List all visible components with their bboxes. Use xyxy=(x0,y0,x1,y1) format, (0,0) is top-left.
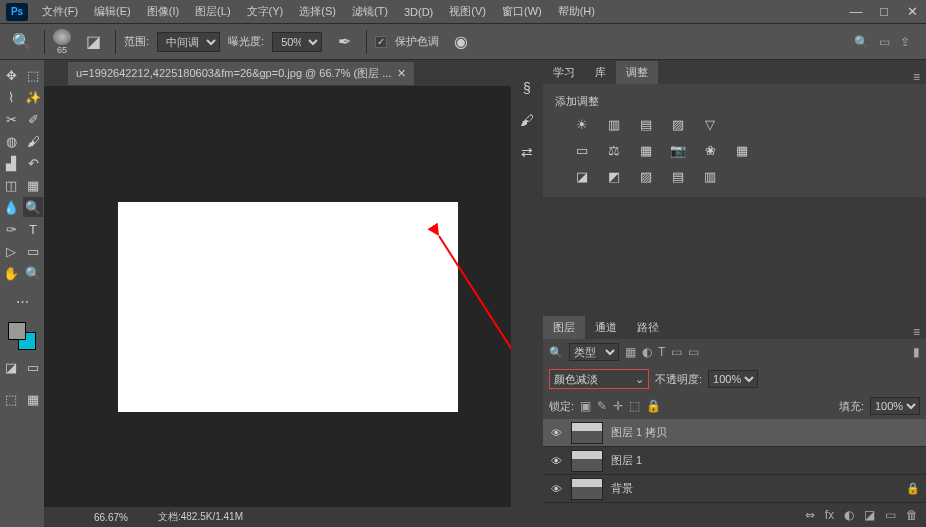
layer-thumbnail[interactable] xyxy=(571,478,603,500)
menu-edit[interactable]: 编辑(E) xyxy=(86,4,139,19)
heal-tool[interactable]: ◍ xyxy=(1,131,21,151)
tab-layers[interactable]: 图层 xyxy=(543,316,585,339)
opacity-select[interactable]: 100% xyxy=(708,370,758,388)
pressure-icon[interactable]: ◉ xyxy=(447,28,475,56)
adjustment-layer-icon[interactable]: ◪ xyxy=(864,508,875,522)
layer-row[interactable]: 👁 图层 1 xyxy=(543,447,926,475)
tab-paths[interactable]: 路径 xyxy=(627,316,669,339)
layer-thumbnail[interactable] xyxy=(571,450,603,472)
eraser-tool[interactable]: ◫ xyxy=(1,175,21,195)
filter-pixel-icon[interactable]: ▦ xyxy=(625,345,636,359)
quickmask-tool[interactable]: ◪ xyxy=(1,357,21,377)
preserve-tone-checkbox[interactable]: ✓ xyxy=(375,36,387,48)
current-tool-icon[interactable]: 🔍 xyxy=(8,28,36,56)
history-panel-icon[interactable]: § xyxy=(523,80,531,96)
pen-tool[interactable]: ✑ xyxy=(1,219,21,239)
layer-name[interactable]: 图层 1 xyxy=(611,453,642,468)
adj-hue-icon[interactable]: ▭ xyxy=(571,141,593,159)
filter-smart-icon[interactable]: ▭ xyxy=(688,345,699,359)
marquee-tool[interactable]: ⬚ xyxy=(23,65,43,85)
lock-all-icon[interactable]: 🔒 xyxy=(646,399,661,413)
layer-thumbnail[interactable] xyxy=(571,422,603,444)
gradient-tool[interactable]: ▦ xyxy=(23,175,43,195)
adj-exposure-icon[interactable]: ▨ xyxy=(667,115,689,133)
layer-name[interactable]: 背景 xyxy=(611,481,633,496)
zoom-tool[interactable]: 🔍 xyxy=(23,263,43,283)
minimize-button[interactable]: — xyxy=(842,2,870,22)
adj-bw-icon[interactable]: ▦ xyxy=(635,141,657,159)
dodge-tool[interactable]: 🔍 xyxy=(23,197,43,217)
adj-brightness-icon[interactable]: ☀ xyxy=(571,115,593,133)
layer-mask-icon[interactable]: ◐ xyxy=(844,508,854,522)
adj-invert-icon[interactable]: ◪ xyxy=(571,167,593,185)
link-layers-icon[interactable]: ⇔ xyxy=(805,508,815,522)
adj-curves-icon[interactable]: ▤ xyxy=(635,115,657,133)
zoom-level[interactable]: 66.67% xyxy=(94,512,128,523)
magic-wand-tool[interactable]: ✨ xyxy=(23,87,43,107)
visibility-icon[interactable]: 👁 xyxy=(549,483,563,495)
delete-layer-icon[interactable]: 🗑 xyxy=(906,508,918,522)
brush-panel-icon[interactable]: 🖌 xyxy=(520,112,534,128)
adj-lookup-icon[interactable]: ▦ xyxy=(731,141,753,159)
hand-tool[interactable]: ✋ xyxy=(1,263,21,283)
menu-image[interactable]: 图像(I) xyxy=(139,4,187,19)
menu-file[interactable]: 文件(F) xyxy=(34,4,86,19)
layer-filter-type[interactable]: 类型 xyxy=(569,343,619,361)
adj-channel-mixer-icon[interactable]: ❀ xyxy=(699,141,721,159)
brush-tool[interactable]: 🖌 xyxy=(23,131,43,151)
range-select[interactable]: 中间调 xyxy=(157,32,220,52)
tab-adjustments[interactable]: 调整 xyxy=(616,61,658,84)
layers-panel-menu-icon[interactable]: ≡ xyxy=(907,325,926,339)
lock-artboard-icon[interactable]: ⬚ xyxy=(629,399,640,413)
menu-select[interactable]: 选择(S) xyxy=(291,4,344,19)
blend-mode-select[interactable]: 颜色减淡⌄ xyxy=(549,369,649,389)
foreground-color[interactable] xyxy=(8,322,26,340)
edit-toolbar[interactable]: ⋯ xyxy=(12,291,32,311)
filter-adjust-icon[interactable]: ◐ xyxy=(642,345,652,359)
close-button[interactable]: ✕ xyxy=(898,2,926,22)
color-swatches[interactable] xyxy=(8,322,36,350)
extra-tool-2[interactable]: ▦ xyxy=(23,389,43,409)
adj-photo-filter-icon[interactable]: 📷 xyxy=(667,141,689,159)
visibility-icon[interactable]: 👁 xyxy=(549,455,563,467)
layer-row[interactable]: 👁 图层 1 拷贝 xyxy=(543,419,926,447)
adj-posterize-icon[interactable]: ◩ xyxy=(603,167,625,185)
blur-tool[interactable]: 💧 xyxy=(1,197,21,217)
layer-row[interactable]: 👁 背景 🔒 xyxy=(543,475,926,503)
layer-name[interactable]: 图层 1 拷贝 xyxy=(611,425,667,440)
crop-tool[interactable]: ✂ xyxy=(1,109,21,129)
tab-channels[interactable]: 通道 xyxy=(585,316,627,339)
extra-tool-1[interactable]: ⬚ xyxy=(1,389,21,409)
search-icon[interactable]: 🔍 xyxy=(854,35,869,49)
history-brush-tool[interactable]: ↶ xyxy=(23,153,43,173)
swap-panel-icon[interactable]: ⇄ xyxy=(521,144,533,160)
share-icon[interactable]: ⇪ xyxy=(900,35,910,49)
canvas[interactable] xyxy=(118,202,458,412)
workspace-icon[interactable]: ▭ xyxy=(879,35,890,49)
lock-position-icon[interactable]: ✛ xyxy=(613,399,623,413)
brush-settings-icon[interactable]: ◪ xyxy=(79,28,107,56)
stamp-tool[interactable]: ▟ xyxy=(1,153,21,173)
lasso-tool[interactable]: ⌇ xyxy=(1,87,21,107)
brush-preview-icon[interactable] xyxy=(53,29,71,45)
filter-type-icon[interactable]: T xyxy=(658,345,665,359)
shape-tool[interactable]: ▭ xyxy=(23,241,43,261)
type-tool[interactable]: T xyxy=(23,219,43,239)
adj-balance-icon[interactable]: ⚖ xyxy=(603,141,625,159)
menu-help[interactable]: 帮助(H) xyxy=(550,4,603,19)
new-layer-icon[interactable]: ▭ xyxy=(885,508,896,522)
path-select-tool[interactable]: ▷ xyxy=(1,241,21,261)
menu-type[interactable]: 文字(Y) xyxy=(239,4,292,19)
adj-selective-color-icon[interactable]: ▥ xyxy=(699,167,721,185)
close-tab-icon[interactable]: ✕ xyxy=(397,67,406,80)
filter-shape-icon[interactable]: ▭ xyxy=(671,345,682,359)
visibility-icon[interactable]: 👁 xyxy=(549,427,563,439)
menu-view[interactable]: 视图(V) xyxy=(441,4,494,19)
menu-filter[interactable]: 滤镜(T) xyxy=(344,4,396,19)
adj-levels-icon[interactable]: ▥ xyxy=(603,115,625,133)
maximize-button[interactable]: □ xyxy=(870,2,898,22)
eyedropper-tool[interactable]: ✐ xyxy=(23,109,43,129)
airbrush-icon[interactable]: ✒ xyxy=(330,28,358,56)
menu-window[interactable]: 窗口(W) xyxy=(494,4,550,19)
tab-library[interactable]: 库 xyxy=(585,61,616,84)
